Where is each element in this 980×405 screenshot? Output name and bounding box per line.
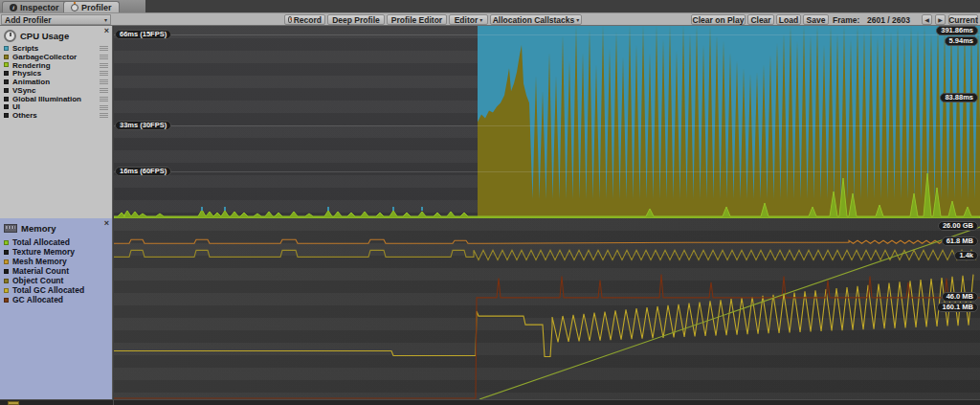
cpu-usage-chart[interactable]: 66ms (15FPS)33ms (30FPS)16ms (60FPS)391.…: [114, 26, 980, 218]
unity-profiler-window: i Inspector Profiler Add Profiler ▾ Reco…: [0, 0, 980, 405]
drag-handle-icon[interactable]: [100, 97, 108, 101]
legend-item-rendering[interactable]: Rendering: [4, 61, 110, 70]
previous-frame-button[interactable]: ◀: [922, 14, 932, 25]
legend-label: UI: [12, 102, 20, 111]
value-label: 1.4k: [954, 251, 978, 260]
mesh_memory-line: [114, 239, 978, 243]
legend-item-total-gc-allocated[interactable]: Total GC Allocated: [4, 285, 110, 295]
legend-item-others[interactable]: Others: [4, 111, 110, 120]
legend-item-vsync[interactable]: VSync: [4, 86, 110, 95]
memory-legend: Total AllocatedTexture MemoryMesh Memory…: [4, 237, 110, 304]
scripts-tick: [421, 207, 423, 211]
memory-header: Memory ×: [0, 218, 112, 236]
legend-item-ui[interactable]: UI: [4, 103, 110, 112]
total_gc_allocated-line: [114, 275, 973, 357]
tab-inspector[interactable]: i Inspector: [2, 1, 67, 12]
load-button[interactable]: Load: [776, 14, 801, 25]
chevron-down-icon: ▾: [104, 16, 107, 23]
legend-item-total-allocated[interactable]: Total Allocated: [4, 237, 110, 247]
panel-divider: [113, 400, 114, 405]
legend-item-physics[interactable]: Physics: [4, 69, 110, 78]
editor-label: Editor: [455, 15, 479, 25]
gridline: [114, 125, 980, 126]
legend-label: GarbageCollector: [12, 53, 77, 61]
editor-dropdown[interactable]: Editor ▾: [449, 14, 488, 25]
scripts-tick: [392, 207, 394, 211]
drag-handle-icon[interactable]: [100, 55, 108, 59]
legend-item-mesh-memory[interactable]: Mesh Memory: [4, 257, 110, 266]
drag-handle-icon[interactable]: [100, 105, 108, 110]
legend-color-chip: [4, 79, 9, 84]
axis-label: 16ms (60FPS): [115, 167, 171, 176]
legend-color-chip: [4, 97, 9, 101]
object_count-line: [114, 250, 976, 259]
allocation-callstacks-label: Allocation Callstacks: [493, 15, 575, 25]
add-profiler-dropdown[interactable]: Add Profiler ▾: [1, 14, 111, 25]
legend-item-garbagecollector[interactable]: GarbageCollector: [4, 53, 110, 61]
clear-button[interactable]: Clear: [747, 14, 774, 25]
legend-color-chip: [4, 240, 9, 245]
chevron-down-icon: ▾: [576, 16, 579, 23]
allocation-callstacks-dropdown[interactable]: Allocation Callstacks ▾: [490, 14, 582, 25]
legend-item-global-illumination[interactable]: Global Illumination: [4, 95, 110, 103]
drag-handle-icon[interactable]: [100, 88, 108, 93]
legend-item-material-count[interactable]: Material Count: [4, 266, 110, 276]
arrow-right-icon: ▶: [938, 16, 943, 23]
tab-inspector-label: Inspector: [20, 3, 59, 12]
legend-label: Object Count: [12, 276, 63, 285]
save-button[interactable]: Save: [803, 14, 829, 25]
memory-chart[interactable]: 26.00 GB61.8 MB1.4k46.0 MB160.1 MB: [114, 218, 980, 399]
cpu-usage-header: CPU Usage ×: [0, 26, 112, 43]
legend-item-object-count[interactable]: Object Count: [4, 276, 110, 285]
cpu-usage-panel: CPU Usage × ScriptsGarbageCollectorRende…: [0, 26, 113, 218]
drag-handle-icon[interactable]: [100, 79, 108, 84]
frame-counter: 2601 / 2603: [867, 15, 910, 25]
arrow-left-icon: ◀: [924, 16, 929, 23]
value-label: 5.94ms: [945, 36, 978, 46]
drag-handle-icon[interactable]: [100, 113, 108, 118]
scripts-tick: [201, 207, 203, 211]
record-button[interactable]: Record: [284, 14, 325, 25]
legend-item-gc-allocated[interactable]: GC Allocated: [4, 295, 110, 304]
drag-handle-icon[interactable]: [100, 46, 108, 51]
profiler-stopwatch-icon: [71, 4, 78, 11]
legend-item-scripts[interactable]: Scripts: [4, 44, 110, 53]
legend-label: Scripts: [12, 44, 38, 53]
value-label: 61.8 MB: [942, 236, 978, 246]
cpu-usage-title: CPU Usage: [20, 31, 69, 41]
deep-profile-button[interactable]: Deep Profile: [327, 14, 385, 25]
clear-on-play-button[interactable]: Clear on Play: [691, 14, 746, 25]
drag-handle-icon[interactable]: [100, 63, 108, 68]
legend-color-chip: [4, 113, 9, 118]
profile-editor-button[interactable]: Profile Editor: [387, 14, 447, 25]
legend-item-animation[interactable]: Animation: [4, 78, 110, 86]
legend-color-chip: [4, 250, 9, 255]
legend-color-chip: [4, 71, 9, 76]
legend-label: Animation: [12, 78, 50, 86]
legend-color-chip: [4, 298, 9, 303]
inspector-icon: i: [10, 4, 17, 11]
legend-item-texture-memory[interactable]: Texture Memory: [4, 247, 110, 257]
frame-label: Frame:: [833, 15, 859, 25]
value-label: 391.86ms: [936, 26, 978, 35]
legend-color-chip: [4, 46, 9, 51]
next-frame-button[interactable]: ▶: [935, 14, 946, 25]
legend-color-chip: [4, 62, 9, 67]
memory-chart-canvas: [114, 218, 980, 399]
legend-label: Physics: [12, 69, 41, 78]
profiler-toolbar: Add Profiler ▾ Record Deep Profile Profi…: [0, 12, 980, 26]
cpu-chart-canvas: [114, 26, 980, 218]
cpu-legend: ScriptsGarbageCollectorRenderingPhysicsA…: [4, 44, 110, 120]
legend-label: Rendering: [12, 61, 51, 70]
legend-label: Others: [12, 111, 37, 120]
tab-profiler[interactable]: Profiler: [63, 1, 120, 12]
close-icon[interactable]: ×: [104, 27, 109, 35]
legend-color-chip: [4, 104, 9, 109]
current-frame-button[interactable]: Current: [948, 14, 978, 25]
memory-icon: [4, 224, 17, 233]
legend-color-chip: [4, 88, 9, 93]
drag-handle-icon[interactable]: [100, 71, 108, 76]
close-icon[interactable]: ×: [104, 219, 109, 228]
next-module-icon: [8, 401, 19, 405]
legend-color-chip: [4, 288, 9, 293]
